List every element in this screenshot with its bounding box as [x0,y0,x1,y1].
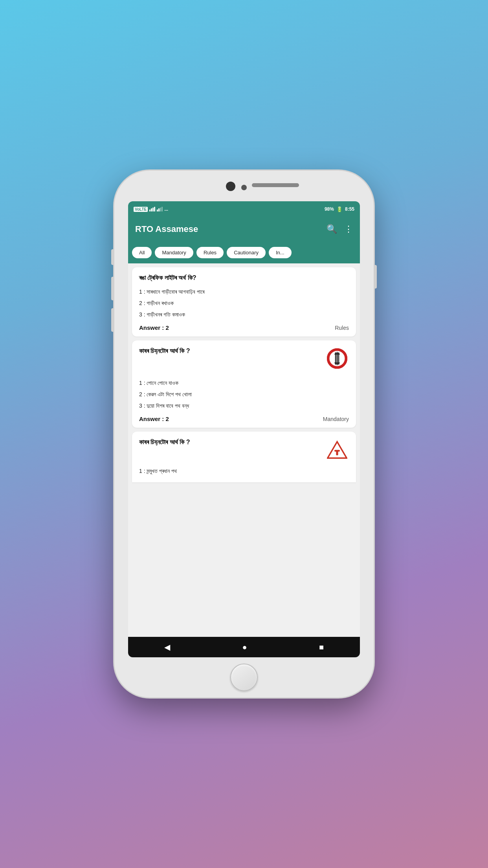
question-2-option-2: 2 : কেৱল এটা দিশে পথ খোলা [139,389,349,400]
question-1-category: Rules [335,325,349,331]
recents-button[interactable]: ■ [319,643,324,652]
question-1-text: ৰঙা ট্ৰেফিক লাইটৰ অৰ্থ কি? [139,274,349,282]
battery-icon: 🔋 [336,206,343,212]
status-dots: ... [164,206,168,212]
no-entry-icon [325,347,349,370]
question-3-text: কাষৰ চিহ্নটোৰ আৰ্থ কি ? [139,438,321,447]
phone-bottom-area [230,657,258,697]
question-card-1: ৰঙা ট্ৰেফিক লাইটৰ অৰ্থ কি? 1 : সাৰধানে গ… [132,267,356,337]
bar4 [154,207,155,211]
tab-info[interactable]: In... [269,247,292,258]
question-3-header: কাষৰ চিহ্নটোৰ আৰ্থ কি ? [139,438,349,462]
status-left: VoLTE ... [134,206,168,212]
tab-all[interactable]: All [132,247,152,258]
tab-mandatory[interactable]: Mandatory [155,247,193,258]
warning-triangle-icon [325,438,349,462]
svg-rect-16 [336,451,338,456]
silent-button [111,249,114,265]
phone-screen: VoLTE ... 98% 🔋 8:55 [128,201,360,657]
status-bar: VoLTE ... 98% 🔋 8:55 [128,201,360,217]
home-button-nav[interactable]: ● [242,643,247,652]
phone-frame: VoLTE ... 98% 🔋 8:55 [114,171,374,697]
question-3-option-1: 1 : সন্মুখত প্ৰধান পথ [139,465,349,477]
search-icon[interactable]: 🔍 [327,224,337,234]
filter-tabs-bar: All Mandatory Rules Cautionary In... [128,241,360,263]
volume-down-button [111,308,114,332]
bar8 [161,207,163,211]
status-right: 98% 🔋 8:55 [325,206,354,212]
tab-cautionary[interactable]: Cautionary [227,247,266,258]
back-button[interactable]: ◀ [164,642,170,652]
bar1 [149,210,150,211]
battery-level: 98% [325,206,334,212]
bottom-nav: ◀ ● ■ [128,637,360,657]
question-2-option-1: 1 : পোনে পোনে যাওক [139,377,349,389]
question-card-3: কাষৰ চিহ্নটোৰ আৰ্থ কি ? 1 : সন্মুখত প্ৰধ… [132,432,356,482]
bar3 [152,208,154,211]
question-2-answer-row: Answer : 2 Mandatory [139,416,349,422]
question-card-2: কাষৰ চিহ্নটোৰ আৰ্থ কি ? [132,340,356,428]
bar5 [157,210,158,211]
question-2-option-3: 3 : দুয়ো দিশৰ বাবে পথ বন্ধ [139,400,349,412]
top-sensor [241,185,247,190]
bar7 [160,208,161,211]
question-2-text: কাষৰ চিহ্নটোৰ আৰ্থ কি ? [139,347,321,355]
app-bar-icons: 🔍 ⋮ [327,224,353,234]
question-1-answer: Answer : 2 [139,324,169,331]
front-camera [226,182,235,191]
phone-top-area [114,178,374,201]
carrier-label: VoLTE [134,207,148,212]
question-1-answer-row: Answer : 2 Rules [139,324,349,331]
menu-icon[interactable]: ⋮ [344,224,353,234]
app-bar: RTO Assamese 🔍 ⋮ [128,217,360,241]
time-display: 8:55 [345,206,354,212]
question-1-option-2: 2 : গাড়ীখন ৰখাওক [139,298,349,309]
volume-up-button [111,277,114,300]
question-2-answer: Answer : 2 [139,416,169,422]
question-1-option-3: 3 : গাড়ীখনৰ গতি কমাওক [139,309,349,320]
power-button [374,265,377,289]
question-2-category: Mandatory [323,416,349,422]
signal-bars-2 [157,207,163,211]
question-1-header: ৰঙা ট্ৰেফিক লাইটৰ অৰ্থ কি? [139,274,349,282]
tab-rules[interactable]: Rules [196,247,224,258]
bar6 [158,208,160,211]
questions-list: ৰঙা ট্ৰেফিক লাইটৰ অৰ্থ কি? 1 : সাৰধানে গ… [128,263,360,637]
physical-home-button[interactable] [230,664,258,691]
question-1-option-1: 1 : সাৰধানে গাড়ীবোৰ আগবাঢ়িব পাৰে [139,286,349,298]
signal-bars [149,207,155,211]
question-2-header: কাষৰ চিহ্নটোৰ আৰ্থ কি ? [139,347,349,370]
bar2 [151,208,152,211]
speaker-grille [252,183,299,187]
app-title: RTO Assamese [135,224,327,234]
